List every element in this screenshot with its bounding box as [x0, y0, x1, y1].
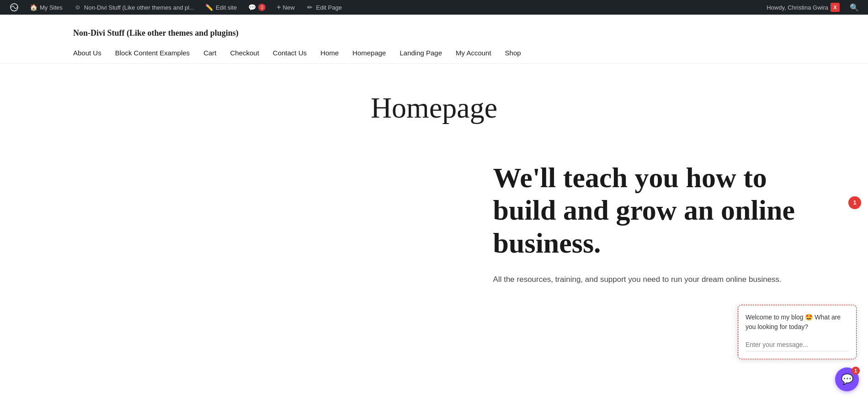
nav-contact-us[interactable]: Contact Us [273, 47, 307, 59]
wp-admin-bar: 🏠 My Sites ⊙ Non-Divi Stuff (Like other … [0, 0, 868, 15]
nav-shop[interactable]: Shop [505, 47, 521, 59]
hero-section: We'll teach you how to build and grow an… [73, 162, 795, 286]
comment-count: 0 [258, 4, 266, 11]
side-notification-count: 1 [853, 199, 856, 206]
my-sites-icon: 🏠 [29, 3, 37, 11]
wp-icon [10, 3, 18, 11]
nav-about-us[interactable]: About Us [73, 47, 101, 59]
my-sites-label: My Sites [40, 4, 63, 11]
howdy-button[interactable]: Howdy, Christina Gwira X [762, 0, 844, 15]
site-name-label: Non-Divi Stuff (Like other themes and pl… [84, 4, 194, 11]
hero-heading-line1: We'll teach you how to [493, 162, 767, 193]
nav-block-content[interactable]: Block Content Examples [115, 47, 190, 59]
site-name-button[interactable]: ⊙ Non-Divi Stuff (Like other themes and … [69, 0, 199, 15]
nav-my-account[interactable]: My Account [456, 47, 491, 59]
search-icon: 🔍 [850, 4, 859, 11]
chat-bubble: Welcome to my blog 🤩 What are you lookin… [738, 305, 857, 313]
new-content-button[interactable]: + New [272, 0, 299, 15]
page-title: Homepage [73, 91, 795, 125]
my-sites-button[interactable]: 🏠 My Sites [25, 0, 67, 15]
side-notification[interactable]: 1 [848, 196, 861, 209]
hero-text-block: We'll teach you how to build and grow an… [493, 162, 795, 286]
site-icon: ⊙ [74, 3, 82, 11]
howdy-label: Howdy, Christina Gwira [767, 4, 828, 11]
new-label: New [283, 4, 295, 11]
chat-welcome-text: Welcome to my blog 🤩 What are you lookin… [746, 313, 849, 313]
edit-page-label: Edit Page [316, 4, 342, 11]
wp-logo-button[interactable] [5, 0, 23, 15]
search-button[interactable]: 🔍 [846, 3, 863, 12]
edit-site-button[interactable]: ✏️ Edit site [201, 0, 241, 15]
main-content: Homepage We'll teach you how to build an… [0, 64, 868, 313]
edit-page-button[interactable]: ✏ Edit Page [301, 0, 346, 15]
comments-button[interactable]: 💬 0 [243, 0, 270, 15]
nav-checkout[interactable]: Checkout [230, 47, 259, 59]
site-wrapper: Non-Divi Stuff (Like other themes and pl… [0, 15, 868, 313]
nav-landing-page[interactable]: Landing Page [399, 47, 442, 59]
comment-icon: 💬 [248, 3, 256, 11]
nav-home[interactable]: Home [320, 47, 339, 59]
edit-site-label: Edit site [216, 4, 237, 11]
hero-heading-line3: business. [493, 227, 601, 259]
hero-heading: We'll teach you how to build and grow an… [493, 162, 795, 259]
site-header: Non-Divi Stuff (Like other themes and pl… [0, 15, 868, 64]
plus-icon: + [277, 3, 281, 11]
hero-subtext: All the resources, training, and support… [493, 273, 795, 286]
nav-homepage[interactable]: Homepage [352, 47, 386, 59]
edit-icon: ✏ [306, 3, 314, 11]
edit-site-icon: ✏️ [205, 3, 213, 11]
hero-heading-line2: build and grow an online [493, 194, 795, 226]
nav-cart[interactable]: Cart [203, 47, 216, 59]
site-title[interactable]: Non-Divi Stuff (Like other themes and pl… [73, 28, 795, 38]
site-navigation: About Us Block Content Examples Cart Che… [73, 47, 795, 59]
user-avatar: X [831, 3, 840, 12]
